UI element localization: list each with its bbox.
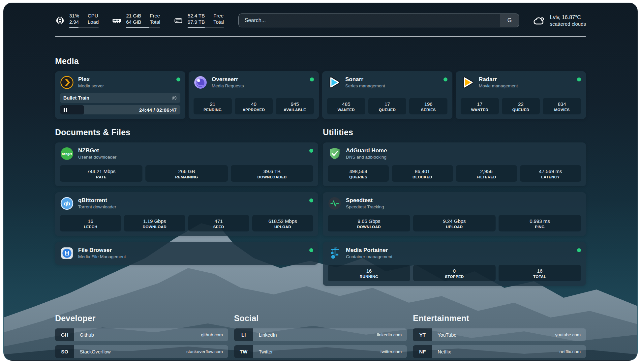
disk-widget: 52.4 TB Free 97.9 TB Total xyxy=(173,13,224,28)
bookmark-github[interactable]: GH Github github.com xyxy=(55,328,228,341)
playback-time: 24:44 / 02:06:47 xyxy=(139,107,177,113)
stat-tile: 485 WANTED xyxy=(327,98,365,114)
app-subtitle: Media Requests xyxy=(212,83,306,89)
section-media: Media Plex Media server xyxy=(55,56,586,119)
stat-tile: 17 QUEUED xyxy=(368,98,407,114)
top-divider xyxy=(55,36,586,37)
service-card-sonarr[interactable]: Sonarr Series management 485 WANTED 17 Q… xyxy=(322,71,452,119)
memory-total: 64 GiB xyxy=(126,19,141,25)
bookmark-abbr: LI xyxy=(234,328,253,341)
dashboard-window: 31% CPU 2.94 Load xyxy=(3,3,638,361)
cpu-label-2: Load xyxy=(88,19,99,25)
stat-tile: 2,956 FILTERED xyxy=(456,165,517,182)
status-dot-online xyxy=(309,198,313,202)
stat-tile: 40 APPROVED xyxy=(235,98,273,114)
bookmark-linkedin[interactable]: LI LinkedIn linkedin.com xyxy=(234,328,407,341)
cloud-icon xyxy=(533,14,546,27)
app-subtitle: Speedtest Tracking xyxy=(346,204,581,210)
search-bar: G xyxy=(238,14,519,27)
service-card-portainer[interactable]: Media Portainer Container management 16 … xyxy=(323,242,586,286)
app-title: NZBGet xyxy=(78,147,305,154)
bookmark-name: LinkedIn xyxy=(253,328,377,341)
app-subtitle: Usenet downloader xyxy=(78,154,305,160)
utilities-section-title: Utilities xyxy=(323,128,586,137)
qbittorrent-icon: qb xyxy=(60,197,74,210)
status-dot-online xyxy=(443,77,447,81)
overseerr-icon xyxy=(194,76,207,89)
app-title: Overseerr xyxy=(212,76,306,83)
service-card-radarr[interactable]: Radarr Movie management 17 WANTED 22 QUE… xyxy=(456,71,586,119)
stat-tile: 834 MOVIES xyxy=(543,98,581,114)
sonarr-icon xyxy=(327,76,341,89)
cpu-bar xyxy=(69,27,99,28)
media-section-title: Media xyxy=(55,56,586,66)
stat-tile: 0.993 ms PING xyxy=(499,215,581,231)
app-subtitle: Movie management xyxy=(479,83,573,89)
media-info-icon[interactable] xyxy=(171,95,177,101)
bookmark-name: Twitter xyxy=(253,345,381,358)
svg-text:nzbget: nzbget xyxy=(62,152,72,156)
now-playing-title: Bullet Train xyxy=(63,95,171,101)
app-title: Media Portainer xyxy=(346,247,573,254)
service-card-filebrowser[interactable]: File Browser Media File Management xyxy=(55,242,318,265)
bookmark-youtube[interactable]: YT YouTube youtube.com xyxy=(413,328,586,341)
bookmark-stackoverflow[interactable]: SO StackOverflow stackoverflow.com xyxy=(55,345,228,358)
stat-tile: 39.6 TB DOWNLOADED xyxy=(231,165,313,182)
svg-text:qb: qb xyxy=(64,201,70,206)
stat-tile: 618.52 Mbps UPLOAD xyxy=(252,215,313,231)
bookmark-url: youtube.com xyxy=(555,328,586,341)
bookmark-abbr: YT xyxy=(413,328,432,341)
service-card-speedtest[interactable]: Speedtest Speedtest Tracking 9.65 Gbps D… xyxy=(323,192,586,236)
nzbget-icon: nzbget xyxy=(60,147,74,161)
app-subtitle: DNS and adblocking xyxy=(346,154,581,160)
section-entertainment: Entertainment YT YouTube youtube.com NF … xyxy=(413,314,586,361)
service-card-overseerr[interactable]: Overseerr Media Requests 21 PENDING 40 A… xyxy=(189,71,319,119)
bookmark-url: twitter.com xyxy=(381,345,407,358)
status-dot-online xyxy=(176,77,180,81)
stat-tile: 21 PENDING xyxy=(194,98,232,114)
app-title: qBittorrent xyxy=(78,197,305,204)
stat-tile: 22 QUEUED xyxy=(502,98,540,114)
app-title: File Browser xyxy=(78,247,305,254)
service-card-adguard[interactable]: AdGuard Home DNS and adblocking 498,564 … xyxy=(323,142,586,186)
portainer-icon xyxy=(328,246,342,260)
bookmark-name: StackOverflow xyxy=(74,345,186,358)
memory-widget: 21 GiB Free 64 GiB Total xyxy=(112,13,160,28)
adguard-icon xyxy=(328,147,342,161)
app-title: AdGuard Home xyxy=(346,147,581,154)
status-dot-online xyxy=(309,149,313,153)
service-card-plex[interactable]: Plex Media server Bullet Train xyxy=(55,71,185,119)
weather-condition: scattered clouds xyxy=(550,21,586,27)
bookmark-abbr: NF xyxy=(413,345,432,358)
bookmark-url: linkedin.com xyxy=(377,328,407,341)
documents-section-title: Documents & Files xyxy=(55,128,318,137)
search-input[interactable] xyxy=(239,14,500,27)
memory-free: 21 GiB xyxy=(126,13,141,19)
stat-tile: 9.24 Gbps UPLOAD xyxy=(413,215,496,231)
section-social: Social LI LinkedIn linkedin.com TW Twitt… xyxy=(234,314,407,361)
bookmark-twitter[interactable]: TW Twitter twitter.com xyxy=(234,345,407,358)
memory-label-2: Total xyxy=(150,19,160,25)
app-subtitle: Media server xyxy=(78,83,172,89)
bookmark-name: YouTube xyxy=(432,328,555,341)
stat-tile: 498,564 QUERIES xyxy=(328,165,389,182)
speedtest-icon xyxy=(328,197,342,210)
service-card-nzbget[interactable]: nzbget NZBGet Usenet downloader 744.21 M… xyxy=(55,142,318,186)
memory-bar xyxy=(126,27,160,28)
section-documents: Documents & Files nzbget NZBGet Usenet d… xyxy=(55,128,318,292)
bookmark-netflix[interactable]: NF Netflix netflix.com xyxy=(413,345,586,358)
stat-tile: 16 RUNNING xyxy=(328,265,410,281)
stat-tile: 945 AVAILABLE xyxy=(276,98,314,114)
memory-icon xyxy=(112,15,122,25)
status-dot-online xyxy=(309,248,313,252)
service-card-qbittorrent[interactable]: qb qBittorrent Torrent downloader 16 LEE… xyxy=(55,192,318,236)
section-utilities: Utilities AdGuard Home xyxy=(323,128,586,292)
pause-icon xyxy=(64,108,67,112)
stat-tile: 196 SERIES xyxy=(409,98,447,114)
disk-label-2: Total xyxy=(213,19,224,25)
search-provider-button[interactable]: G xyxy=(500,14,519,27)
cpu-load: 2.94 xyxy=(69,19,79,25)
disk-total: 97.9 TB xyxy=(188,19,205,25)
stat-tile: 47.569 ms LATENCY xyxy=(520,165,581,182)
filebrowser-icon xyxy=(60,246,74,260)
